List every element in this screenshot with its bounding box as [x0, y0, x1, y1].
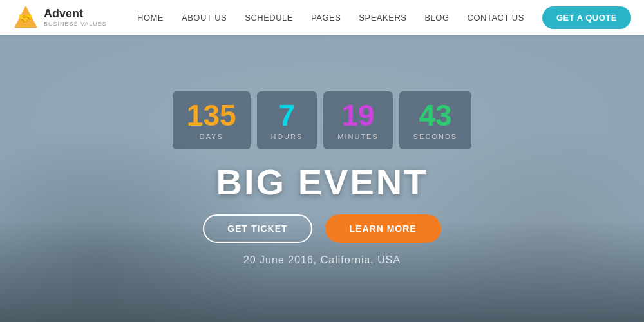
nav-home[interactable]: HOME	[137, 13, 164, 23]
svg-text:🤝: 🤝	[18, 12, 33, 26]
minutes-label: MINUTES	[337, 133, 379, 140]
minutes-number: 19	[337, 100, 379, 130]
logo-tagline: Business Values	[44, 21, 107, 27]
days-number: 135	[187, 100, 236, 130]
countdown-minutes: 19 MINUTES	[323, 91, 393, 149]
seconds-label: SECONDS	[413, 133, 457, 140]
event-date: 20 June 2016, California, USA	[243, 254, 401, 266]
hours-number: 7	[271, 100, 303, 130]
logo-icon: 🤝	[13, 5, 39, 30]
hero-content: 135 DAYS 7 HOURS 19 MINUTES 43 SECONDS B…	[0, 35, 644, 322]
navbar: 🤝 Advent Business Values HOME ABOUT US S…	[0, 0, 644, 35]
logo-text: Advent Business Values	[44, 8, 107, 27]
hero-section: 135 DAYS 7 HOURS 19 MINUTES 43 SECONDS B…	[0, 35, 644, 322]
nav-contact[interactable]: CONTACT US	[468, 13, 524, 23]
learn-more-button[interactable]: LEARN MORE	[325, 214, 441, 243]
countdown-seconds: 43 SECONDS	[399, 91, 471, 149]
days-label: DAYS	[187, 133, 236, 140]
hours-label: HOURS	[271, 133, 303, 140]
get-quote-button[interactable]: GET A QUOTE	[542, 6, 631, 29]
nav-pages[interactable]: PAGES	[311, 13, 341, 23]
nav-links: HOME ABOUT US SCHEDULE PAGES SPEAKERS BL…	[137, 12, 524, 23]
countdown: 135 DAYS 7 HOURS 19 MINUTES 43 SECONDS	[173, 91, 471, 149]
logo[interactable]: 🤝 Advent Business Values	[13, 5, 107, 30]
get-ticket-button[interactable]: GET TICKET	[203, 214, 312, 243]
seconds-number: 43	[413, 100, 457, 130]
nav-about[interactable]: ABOUT US	[182, 13, 227, 23]
nav-speakers[interactable]: SPEAKERS	[359, 13, 406, 23]
nav-blog[interactable]: BLOG	[424, 13, 449, 23]
hero-buttons: GET TICKET LEARN MORE	[203, 214, 440, 243]
event-title: BIG EVENT	[216, 161, 428, 203]
nav-schedule[interactable]: SCHEDULE	[245, 13, 293, 23]
countdown-days: 135 DAYS	[173, 91, 251, 149]
countdown-hours: 7 HOURS	[257, 91, 317, 149]
logo-name: Advent	[44, 8, 107, 21]
